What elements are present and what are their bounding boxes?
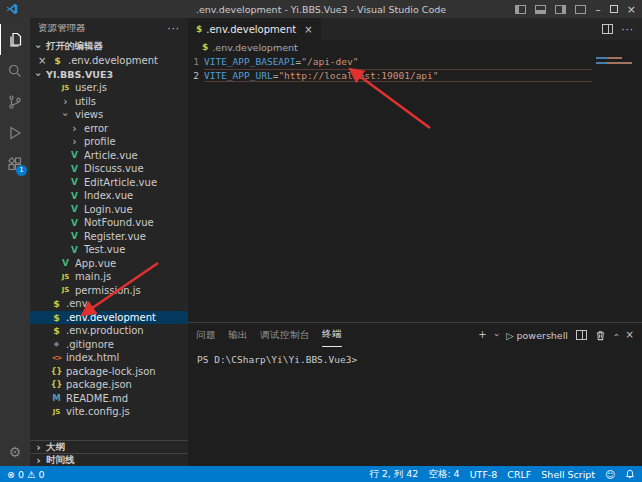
tree-item-Test.vue[interactable]: VTest.vue [30,243,188,257]
chevron-right-icon: › [34,455,43,466]
explorer-icon[interactable] [0,24,30,55]
tree-item-.env.development[interactable]: $.env.development [30,311,188,325]
tree-item-label: NotFound.vue [84,217,154,228]
vue-icon: V [68,218,81,228]
terminal-view[interactable]: PS D:\CSharp\Yi\Yi.BBS.Vue3> [188,347,642,466]
encoding-status[interactable]: UTF-8 [470,469,498,480]
tree-item-.env[interactable]: $.env [30,297,188,311]
js-icon: JS [59,84,72,92]
shell-selector[interactable]: ▷ powershell [506,330,568,341]
tree-item-Discuss.vue[interactable]: VDiscuss.vue [30,162,188,176]
error-count: 0 [18,469,24,480]
problems-status[interactable]: ⊗ 0 ⚠ 0 [7,469,45,480]
close-button[interactable]: × [627,4,636,15]
new-terminal-icon[interactable]: + [478,330,486,340]
open-editor-item[interactable]: × $ .env.development [30,53,188,67]
explorer-more-actions-icon[interactable]: ··· [167,23,180,34]
tree-item-Register.vue[interactable]: VRegister.vue [30,230,188,244]
terminal-dropdown-icon[interactable]: › [491,333,501,337]
minimize-button[interactable]: – [595,4,601,15]
close-panel-icon[interactable]: × [626,330,634,340]
tree-item-main.js[interactable]: JSmain.js [30,270,188,284]
extensions-icon[interactable]: 1 [0,148,30,179]
more-actions-icon[interactable]: ··· [621,24,634,35]
vue-icon: V [68,231,81,241]
tree-item-.gitignore[interactable]: ◆.gitignore [30,338,188,352]
tree-item-Index.vue[interactable]: VIndex.vue [30,189,188,203]
code-editor[interactable]: 1VITE_APP_BASEAPI="/api-dev"2VITE_APP_UR… [188,54,642,322]
split-editor-icon[interactable] [602,24,613,34]
main-area: 1 ⚙ 资源管理器 ··· › 打开的编辑器 × $ .env.developm… [0,18,642,466]
tree-item-.env.production[interactable]: $.env.production [30,324,188,338]
panel-tab-4[interactable]: 终端 [322,323,342,347]
tree-item-utils[interactable]: ›utils [30,95,188,109]
search-icon[interactable] [0,55,30,86]
outline-section[interactable]: › 大纲 [30,440,188,453]
env-icon: $ [50,312,63,323]
panel-tab-1[interactable]: 问题 [196,323,216,347]
timeline-label: 时间线 [46,454,75,467]
open-editors-label: 打开的编辑器 [46,40,103,53]
settings-gear-icon[interactable]: ⚙ [9,444,22,460]
toggle-sidebar-icon[interactable] [515,5,526,14]
minimap-line-mark [596,57,622,59]
vscode-window: .env.development - Yi.BBS.Vue3 - Visual … [0,0,642,482]
title-bar: .env.development - Yi.BBS.Vue3 - Visual … [0,0,642,18]
language-mode-status[interactable]: Shell Script [541,469,595,480]
sidebar-title: 资源管理器 [38,22,86,35]
panel-actions: + › ▷ powershell › × [478,330,634,341]
breadcrumb[interactable]: $ .env.development [188,40,642,54]
timeline-section[interactable]: › 时间线 [30,453,188,466]
split-terminal-icon[interactable] [576,330,587,340]
toggle-secondary-sidebar-icon[interactable] [555,5,566,14]
maximize-panel-icon[interactable]: › [611,333,621,337]
customize-layout-icon[interactable] [575,5,586,14]
tree-item-Login.vue[interactable]: VLogin.vue [30,203,188,217]
tree-item-README.md[interactable]: MREADME.md [30,392,188,406]
tree-item-Article.vue[interactable]: VArticle.vue [30,149,188,163]
open-editors-header[interactable]: › 打开的编辑器 [30,39,188,53]
env-file-icon: $ [202,42,208,52]
tree-item-EditArticle.vue[interactable]: VEditArticle.vue [30,176,188,190]
kill-terminal-trash-icon[interactable] [595,330,606,341]
indentation-status[interactable]: 空格: 4 [428,468,459,481]
minimap[interactable] [592,54,642,322]
tree-item-package-lock.json[interactable]: {}package-lock.json [30,365,188,379]
env-icon: $ [50,325,63,336]
folder-open-icon: › [60,108,71,121]
bottom-panel: 问题输出调试控制台终端 + › ▷ powershell › × [188,322,642,466]
tree-item-index.html[interactable]: <>index.html [30,351,188,365]
close-editor-icon[interactable]: × [38,55,47,66]
tree-item-error[interactable]: ›error [30,122,188,136]
panel-tab-2[interactable]: 输出 [228,323,248,347]
panel-tab-3[interactable]: 调试控制台 [260,323,310,347]
maximize-button[interactable] [610,5,618,13]
notifications-bell-icon[interactable] [625,469,635,479]
cursor-position-status[interactable]: 行 2, 列 42 [369,468,418,481]
tree-item-label: utils [75,96,96,107]
project-header[interactable]: › YI.BBS.VUE3 [30,67,188,81]
tree-item-label: error [84,123,108,134]
feedback-smiley-icon[interactable]: ☺ [605,469,615,480]
tree-item-profile[interactable]: ›profile [30,135,188,149]
chevron-right-icon: › [34,442,43,453]
tree-item-user.js[interactable]: JSuser.js [30,81,188,95]
tree-item-App.vue[interactable]: VApp.vue [30,257,188,271]
status-bar: ⊗ 0 ⚠ 0 行 2, 列 42 空格: 4 UTF-8 CRLF Shell… [0,466,642,482]
toggle-panel-icon[interactable] [535,5,546,14]
run-debug-icon[interactable] [0,117,30,148]
open-editor-label: .env.development [68,55,158,66]
source-control-icon[interactable] [0,86,30,117]
tree-item-views[interactable]: ›views [30,108,188,122]
eol-status[interactable]: CRLF [507,469,531,480]
warning-icon: ⚠ [27,469,36,480]
tab-close-icon[interactable]: × [304,24,312,35]
tree-item-NotFound.vue[interactable]: VNotFound.vue [30,216,188,230]
powershell-icon: ▷ [506,330,513,341]
activity-bar: 1 ⚙ [0,18,30,466]
tree-item-label: user.js [75,82,107,93]
tab-env-development[interactable]: $ .env.development × [188,18,321,40]
tree-item-vite.config.js[interactable]: JSvite.config.js [30,405,188,419]
tree-item-permission.js[interactable]: JSpermission.js [30,284,188,298]
tree-item-package.json[interactable]: {}package.json [30,378,188,392]
